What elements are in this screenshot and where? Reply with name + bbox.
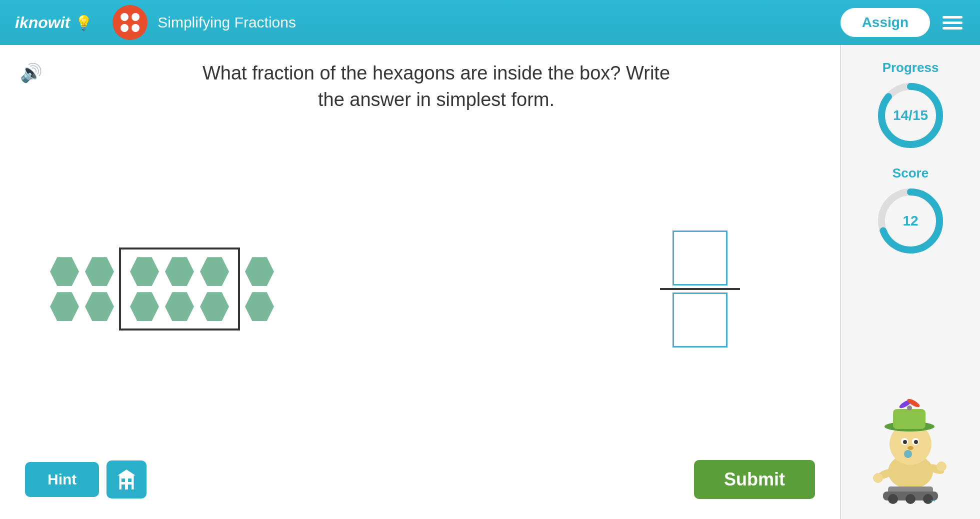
svg-rect-13 (893, 409, 926, 429)
hex-outside-right (245, 257, 274, 321)
submit-button[interactable]: Submit (694, 460, 815, 499)
header: iknowit 💡 Simplifying Fractions Assign (0, 0, 980, 45)
hexagon (50, 257, 79, 286)
svg-point-20 (914, 440, 918, 444)
dot (120, 13, 128, 21)
hex-row (130, 257, 229, 286)
hexagon (85, 257, 114, 286)
logo-area: iknowit 💡 (15, 14, 92, 32)
score-section: Score 12 (876, 166, 946, 256)
svg-point-26 (936, 462, 946, 472)
svg-rect-2 (128, 478, 132, 482)
lesson-title: Simplifying Fractions (158, 14, 296, 31)
svg-point-19 (903, 440, 907, 444)
hexagon-inside (165, 292, 194, 321)
bottom-bar: Hint Submit (20, 450, 820, 504)
svg-text:↔: ↔ (930, 496, 936, 504)
activity-area (20, 128, 820, 450)
building-icon (118, 470, 136, 490)
hex-box (119, 248, 240, 330)
progress-value: 14/15 (893, 108, 928, 124)
sound-icon[interactable]: 🔊 (20, 62, 42, 84)
svg-point-14 (907, 406, 912, 410)
main-area: 🔊 What fraction of the hexagons are insi… (0, 45, 980, 519)
fraction-input-area (660, 230, 740, 348)
building-button[interactable] (106, 460, 146, 498)
lesson-dots (120, 13, 140, 32)
score-circle: 12 (876, 186, 946, 256)
score-value: 12 (902, 213, 918, 229)
hexagon-inside (130, 292, 159, 321)
logo-bulb-icon: 💡 (75, 14, 92, 31)
header-right: Assign (840, 8, 965, 37)
hexagon-inside (130, 257, 159, 286)
menu-button[interactable] (940, 14, 965, 32)
hex-row (50, 257, 114, 286)
dot (120, 24, 128, 32)
menu-line (942, 27, 962, 30)
question-row: 🔊 What fraction of the hexagons are insi… (20, 60, 820, 113)
svg-point-30 (906, 494, 916, 504)
fraction-divider (660, 288, 740, 290)
hex-row (130, 292, 229, 321)
hexagon (245, 292, 274, 321)
hex-row (50, 292, 114, 321)
hex-outside-left (50, 257, 114, 321)
progress-section: Progress 14/15 (876, 60, 946, 150)
hint-button[interactable]: Hint (25, 462, 99, 497)
svg-marker-5 (118, 470, 136, 476)
score-label: Score (892, 166, 928, 181)
hexagon-section (50, 248, 274, 330)
menu-line (942, 16, 962, 18)
hexagon (50, 292, 79, 321)
logo-text: iknowit (15, 14, 70, 32)
question-text: What fraction of the hexagons are inside… (52, 60, 820, 113)
svg-point-25 (873, 473, 883, 483)
progress-circle: 14/15 (876, 80, 946, 150)
lesson-icon (112, 5, 148, 40)
bottom-left: Hint (25, 460, 146, 498)
hexagon-inside (165, 257, 194, 286)
menu-line (942, 22, 962, 24)
character-icon: ↔ (856, 394, 966, 504)
dot (132, 24, 140, 32)
dot (132, 13, 140, 21)
numerator-input[interactable] (672, 230, 728, 286)
assign-button[interactable]: Assign (840, 8, 930, 37)
content-area: 🔊 What fraction of the hexagons are insi… (0, 45, 840, 519)
svg-point-22 (904, 450, 912, 458)
hexagon (85, 292, 114, 321)
progress-label: Progress (882, 60, 939, 76)
hexagon-inside (200, 292, 229, 321)
sidebar: Progress 14/15 Score 12 (840, 45, 980, 519)
svg-point-21 (908, 446, 914, 450)
denominator-input[interactable] (672, 292, 728, 348)
svg-rect-1 (122, 478, 125, 482)
svg-point-29 (888, 494, 898, 504)
hexagon-inside (200, 257, 229, 286)
svg-rect-4 (128, 484, 132, 490)
character-area: ↔ (856, 394, 966, 504)
hexagon (245, 257, 274, 286)
svg-rect-3 (122, 484, 125, 490)
